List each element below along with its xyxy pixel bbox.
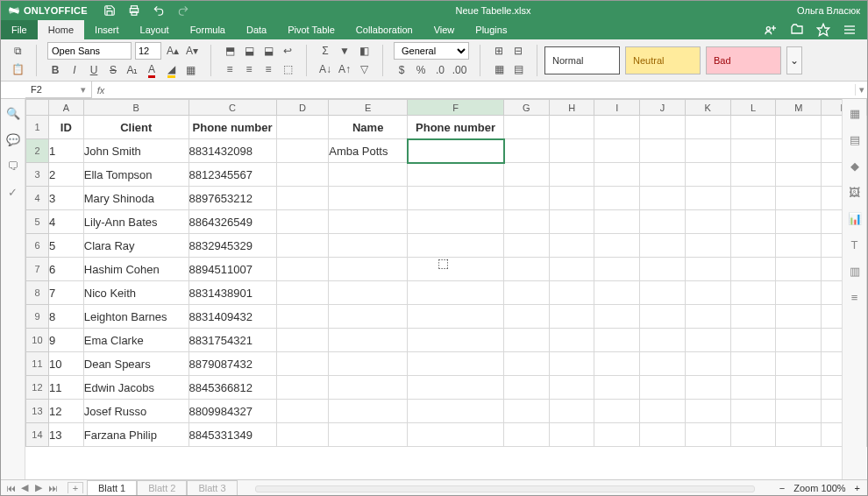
table-settings-icon[interactable]: ▤ xyxy=(848,132,862,146)
sheet-last-icon[interactable]: ⏭ xyxy=(46,483,59,493)
decrease-font-icon[interactable]: A▾ xyxy=(184,43,200,59)
autosum-icon[interactable]: Σ xyxy=(317,43,333,59)
select-all-corner[interactable] xyxy=(26,100,49,116)
sheet-tab-active[interactable]: Blatt 1 xyxy=(87,480,137,495)
text-settings-icon[interactable]: T xyxy=(848,237,862,252)
borders-icon[interactable]: ▦ xyxy=(182,62,198,78)
wrap-text-icon[interactable]: ↩ xyxy=(280,43,295,59)
zoom-label[interactable]: Zoom 100% xyxy=(793,483,845,493)
print-icon[interactable] xyxy=(128,4,140,17)
copy-icon[interactable]: ⧉ xyxy=(10,43,25,59)
find-icon[interactable]: 🔍 xyxy=(6,106,20,120)
align-middle-icon[interactable]: ⬓ xyxy=(241,43,257,59)
cell-settings-icon[interactable]: ▦ xyxy=(848,106,862,120)
tab-insert[interactable]: Insert xyxy=(84,20,130,39)
font-size-select[interactable] xyxy=(135,42,161,60)
tab-formula[interactable]: Formula xyxy=(180,20,236,39)
tab-home[interactable]: Home xyxy=(38,20,84,39)
sheet-first-icon[interactable]: ⏮ xyxy=(4,483,17,493)
sheet-tab-3[interactable]: Blatt 3 xyxy=(187,480,237,495)
tab-view[interactable]: View xyxy=(423,20,466,39)
sheet-prev-icon[interactable]: ◀ xyxy=(18,482,31,493)
file-tab[interactable]: File xyxy=(1,20,38,39)
col-header-M: M xyxy=(776,100,822,116)
cell-style-more[interactable]: ⌄ xyxy=(786,46,802,74)
align-bottom-icon[interactable]: ⬓ xyxy=(260,43,276,59)
col-header-A: A xyxy=(48,100,83,116)
share-icon[interactable] xyxy=(764,23,778,37)
redo-icon[interactable] xyxy=(177,4,189,17)
spreadsheet-grid[interactable]: A B C D E F G H I J K L M N 1IDClientPho… xyxy=(25,99,867,479)
paste-icon[interactable]: 📋 xyxy=(10,61,25,77)
chart-settings-icon[interactable]: 📊 xyxy=(848,211,862,225)
currency-icon[interactable]: $ xyxy=(394,62,409,78)
user-name[interactable]: Ольга Власюк xyxy=(797,5,860,16)
sort-desc-icon[interactable]: A↑ xyxy=(337,61,352,77)
col-header-C: C xyxy=(189,100,276,116)
increase-font-icon[interactable]: A▴ xyxy=(165,43,181,59)
selected-cell[interactable] xyxy=(408,139,504,163)
menu-icon[interactable] xyxy=(843,23,857,37)
save-icon[interactable] xyxy=(103,4,116,17)
bold-button[interactable]: B xyxy=(47,62,63,78)
column-headers[interactable]: A B C D E F G H I J K L M N xyxy=(26,100,867,116)
add-sheet-button[interactable]: + xyxy=(68,482,83,493)
svg-marker-8 xyxy=(817,24,829,35)
zoom-in-button[interactable]: + xyxy=(855,483,860,493)
decimal-inc-icon[interactable]: .00 xyxy=(452,62,467,78)
shape-settings-icon[interactable]: ◆ xyxy=(848,159,862,173)
undo-icon[interactable] xyxy=(153,4,165,17)
favorite-icon[interactable] xyxy=(816,23,830,37)
col-header-I: I xyxy=(594,100,640,116)
percent-icon[interactable]: % xyxy=(413,62,429,78)
font-name-select[interactable] xyxy=(47,42,132,60)
italic-button[interactable]: I xyxy=(67,62,82,78)
subsuper-button[interactable]: A₁ xyxy=(125,62,140,78)
cell-style-neutral[interactable]: Neutral xyxy=(625,46,701,74)
tab-pivot[interactable]: Pivot Table xyxy=(277,20,345,39)
tab-layout[interactable]: Layout xyxy=(130,20,180,39)
strikethrough-button[interactable]: S xyxy=(105,62,121,78)
horizontal-scrollbar[interactable] xyxy=(255,483,755,493)
filter-icon[interactable]: ▽ xyxy=(356,61,372,77)
sort-asc-icon[interactable]: A↓ xyxy=(317,61,333,77)
col-header-E: E xyxy=(329,100,408,116)
formula-input[interactable] xyxy=(110,81,855,98)
conditional-format-icon[interactable]: ▦ xyxy=(491,61,507,77)
zoom-out-button[interactable]: − xyxy=(779,483,785,493)
fill-icon[interactable]: ▼ xyxy=(337,43,352,59)
spellcheck-icon[interactable]: ✓ xyxy=(6,185,20,199)
decimal-dec-icon[interactable]: .0 xyxy=(432,62,448,78)
clear-icon[interactable]: ◧ xyxy=(356,43,372,59)
fill-color-icon[interactable]: ◢ xyxy=(163,62,179,78)
image-settings-icon[interactable]: 🖼 xyxy=(848,185,862,199)
sheet-next-icon[interactable]: ▶ xyxy=(32,482,45,493)
align-top-icon[interactable]: ⬒ xyxy=(222,43,238,59)
slicer-settings-icon[interactable]: ≡ xyxy=(848,290,862,304)
comments-icon[interactable]: 💬 xyxy=(6,132,20,146)
formula-expand-icon[interactable]: ▾ xyxy=(855,84,867,96)
sheet-tab-2[interactable]: Blatt 2 xyxy=(137,480,187,495)
align-right-icon[interactable]: ≡ xyxy=(260,61,276,77)
name-box[interactable]: F2▾ xyxy=(25,81,92,98)
ribbon: ⧉ 📋 A▴ A▾ B I U S A₁ A ◢ ▦ ⬒ ⬓ ⬓ ↩ ≡ xyxy=(1,39,867,81)
chat-icon[interactable]: 🗨 xyxy=(6,159,20,173)
format-table-icon[interactable]: ▤ xyxy=(510,61,526,77)
delete-cells-icon[interactable]: ⊟ xyxy=(510,43,526,59)
pivot-settings-icon[interactable]: ▥ xyxy=(848,264,862,278)
open-location-icon[interactable] xyxy=(790,23,804,37)
underline-button[interactable]: U xyxy=(86,62,102,78)
fx-icon[interactable]: fx xyxy=(92,85,110,96)
number-format-select[interactable]: General xyxy=(394,42,469,60)
font-color-icon[interactable]: A xyxy=(144,62,160,78)
align-center-icon[interactable]: ≡ xyxy=(241,61,257,77)
tab-plugins[interactable]: Plugins xyxy=(465,20,517,39)
insert-cells-icon[interactable]: ⊞ xyxy=(491,43,507,59)
right-sidebar: ▦ ▤ ◆ 🖼 📊 T ▥ ≡ xyxy=(842,99,866,479)
merge-icon[interactable]: ⬚ xyxy=(280,61,295,77)
align-left-icon[interactable]: ≡ xyxy=(222,61,238,77)
cell-style-normal[interactable]: Normal xyxy=(544,46,620,74)
cell-style-bad[interactable]: Bad xyxy=(706,46,781,74)
tab-data[interactable]: Data xyxy=(236,20,277,39)
tab-collaboration[interactable]: Collaboration xyxy=(345,20,423,39)
